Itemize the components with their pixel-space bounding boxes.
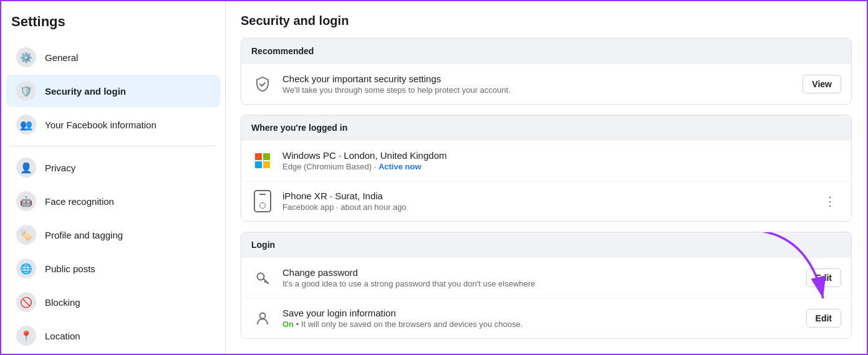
sidebar-title: Settings	[1, 9, 225, 40]
sidebar: Settings ⚙️ General 🛡️ Security and logi…	[1, 1, 226, 354]
location-icon: 📍	[16, 326, 36, 346]
windows-pc-title: Windows PC · London, United Kingdom	[282, 150, 841, 161]
save-login-edit-button[interactable]: Edit	[806, 309, 841, 328]
iphone-xr-row: iPhone XR · Surat, India Facebook app · …	[241, 181, 851, 221]
sidebar-item-security-login[interactable]: 🛡️ Security and login	[6, 75, 220, 107]
save-login-content: Save your login information On • It will…	[282, 308, 798, 329]
shield-check-icon	[251, 73, 274, 95]
logged-in-header: Where you're logged in	[241, 115, 851, 140]
sidebar-item-label: Public posts	[45, 263, 95, 274]
sidebar-item-profile-tagging[interactable]: 🏷️ Profile and tagging	[6, 219, 220, 251]
sidebar-item-face-recognition[interactable]: 🤖 Face recognition	[6, 185, 220, 217]
check-security-content: Check your important security settings W…	[282, 73, 794, 95]
sidebar-item-language-region[interactable]: Aa Language and region	[6, 353, 220, 354]
iphone-xr-subtitle: Facebook app · about an hour ago	[282, 202, 810, 212]
recommended-section: Recommended Check your important securit…	[241, 38, 852, 105]
active-now-label: Active now	[379, 162, 422, 171]
check-security-row: Check your important security settings W…	[241, 64, 851, 104]
privacy-icon: 👤	[16, 158, 36, 178]
sidebar-item-label: Blocking	[45, 297, 80, 308]
sidebar-item-label: Privacy	[45, 163, 75, 173]
login-section: Login Change password It's a good idea t…	[241, 232, 852, 339]
change-password-subtitle: It's a good idea to use a strong passwor…	[282, 279, 798, 288]
sidebar-item-location[interactable]: 📍 Location	[6, 320, 220, 352]
sidebar-item-public-posts[interactable]: 🌐 Public posts	[6, 252, 220, 285]
sidebar-item-blocking[interactable]: 🚫 Blocking	[6, 286, 220, 318]
sidebar-divider	[11, 146, 215, 146]
gear-icon: ⚙️	[16, 47, 36, 67]
windows-pc-content: Windows PC · London, United Kingdom Edge…	[282, 150, 841, 171]
face-icon: 🤖	[16, 191, 36, 211]
key-icon	[251, 267, 274, 289]
shield-icon: 🛡️	[16, 81, 36, 101]
sidebar-item-label: General	[45, 52, 78, 63]
check-security-subtitle: We'll take you through some steps to hel…	[282, 85, 794, 95]
person-key-icon	[251, 307, 274, 329]
tag-icon: 🏷️	[16, 225, 36, 245]
logged-in-section: Where you're logged in Windows PC · Lond…	[241, 115, 852, 222]
sidebar-item-label: Profile and tagging	[45, 230, 123, 240]
recommended-header: Recommended	[241, 39, 851, 64]
page-title: Security and login	[241, 14, 852, 28]
globe-icon: 🌐	[16, 258, 36, 278]
on-label: On	[282, 320, 294, 329]
iphone-xr-title: iPhone XR · Surat, India	[282, 191, 810, 201]
save-login-title: Save your login information	[282, 308, 798, 318]
sidebar-item-label: Your Facebook information	[45, 120, 157, 130]
sidebar-item-privacy[interactable]: 👤 Privacy	[6, 151, 220, 184]
windows-icon	[251, 149, 274, 172]
windows-pc-row: Windows PC · London, United Kingdom Edge…	[241, 140, 851, 181]
sidebar-item-general[interactable]: ⚙️ General	[6, 41, 220, 73]
svg-point-1	[260, 313, 266, 319]
save-login-description: • It will only be saved on the browsers …	[294, 320, 523, 329]
change-password-title: Change password	[282, 267, 798, 278]
main-content: Security and login Recommended Check you…	[226, 1, 867, 354]
sidebar-item-label: Security and login	[45, 86, 126, 97]
change-password-content: Change password It's a good idea to use …	[282, 267, 798, 288]
iphone-xr-content: iPhone XR · Surat, India Facebook app · …	[282, 191, 810, 212]
sidebar-item-label: Location	[45, 331, 80, 341]
sidebar-item-label: Face recognition	[45, 196, 114, 207]
change-password-row: Change password It's a good idea to use …	[241, 257, 851, 298]
windows-pc-subtitle: Edge (Chromium Based) · Active now	[282, 162, 841, 171]
save-login-row: Save your login information On • It will…	[241, 298, 851, 338]
check-security-title: Check your important security settings	[282, 73, 794, 84]
iphone-icon	[251, 190, 274, 212]
more-options-button[interactable]: ⋮	[819, 191, 841, 211]
sidebar-item-facebook-info[interactable]: 👥 Your Facebook information	[6, 108, 220, 141]
people-icon: 👥	[16, 115, 36, 135]
change-password-edit-button[interactable]: Edit	[806, 268, 841, 287]
edge-label: Edge (Chromium Based) ·	[282, 162, 379, 171]
block-icon: 🚫	[16, 292, 36, 312]
view-button[interactable]: View	[803, 75, 841, 93]
login-header: Login	[241, 232, 851, 257]
save-login-subtitle: On • It will only be saved on the browse…	[282, 320, 798, 329]
